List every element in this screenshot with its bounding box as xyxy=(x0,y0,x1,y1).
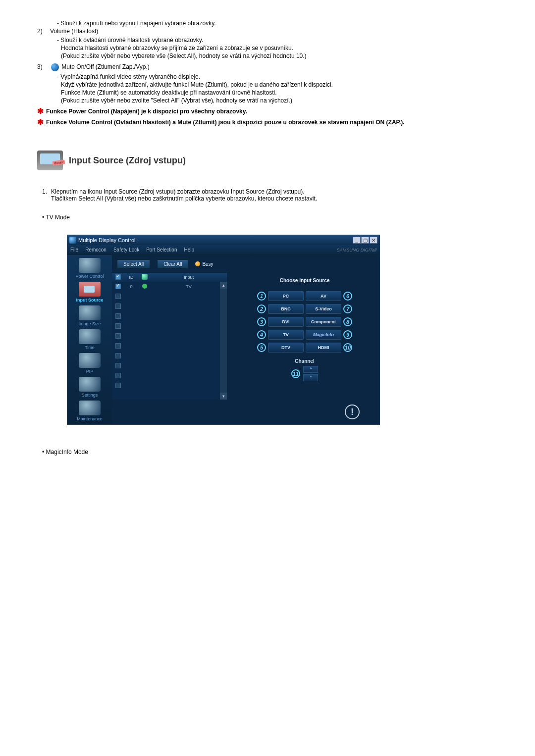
section-title: Input Source (Zdroj vstupu) xyxy=(69,155,186,166)
item-3-sub1: - Vypíná/zapíná funkci video stěny vybra… xyxy=(57,73,473,80)
app-icon xyxy=(69,237,76,244)
scrollbar[interactable]: ▴ ▾ xyxy=(220,282,227,400)
table-row[interactable] xyxy=(112,311,227,321)
channel-down-button[interactable]: ˅ xyxy=(303,374,318,381)
power-desc: - Slouží k zapnutí nebo vypnutí napájení… xyxy=(57,20,473,27)
source-bnc-button[interactable]: BNC xyxy=(268,304,304,314)
settings-icon xyxy=(79,377,101,392)
note-1-text: Funkce Power Control (Napájení) je k dis… xyxy=(46,108,473,115)
panel-title: Choose Input Source xyxy=(237,278,373,283)
minimize-button[interactable]: _ xyxy=(353,237,361,244)
callout-badge-9: 9 xyxy=(343,330,352,339)
brand-label: SAMSUNG DIGITall xyxy=(337,248,376,252)
callout-badge-6: 6 xyxy=(343,292,352,301)
table-row[interactable] xyxy=(112,331,227,341)
scroll-down-icon[interactable]: ▾ xyxy=(220,393,227,400)
source-dtv-button[interactable]: DTV xyxy=(268,343,304,353)
table-row[interactable] xyxy=(112,292,227,302)
info-icon[interactable]: ! xyxy=(345,404,360,419)
input-source-icon xyxy=(79,282,101,297)
source-dvi-button[interactable]: DVI xyxy=(268,317,304,327)
source-component-button[interactable]: Component xyxy=(306,317,341,327)
source-hdmi-button[interactable]: HDMI xyxy=(306,343,341,353)
table-row[interactable] xyxy=(112,361,227,371)
sidebar-item-input-source[interactable]: Input Source xyxy=(68,282,111,302)
sidebar-label-time: Time xyxy=(68,345,111,350)
item-3-sub2: Když vybíráte jednotlivá zařízení, aktiv… xyxy=(61,81,473,88)
maximize-button[interactable]: ▢ xyxy=(361,237,369,244)
sidebar-item-maintenance[interactable]: Maintenance xyxy=(68,401,111,421)
callout-badge-10: 10 xyxy=(343,343,352,352)
section-icon-label: done? xyxy=(52,159,65,165)
row-checkbox[interactable] xyxy=(115,343,121,349)
sidebar-item-settings[interactable]: Settings xyxy=(68,377,111,398)
table-row[interactable]: 0 TV xyxy=(112,282,227,292)
row-checkbox[interactable] xyxy=(115,363,121,368)
source-svideo-button[interactable]: S-Video xyxy=(306,304,341,314)
step-1-line2: Tlačítkem Select All (Vybrat vše) nebo z… xyxy=(51,195,317,202)
sidebar-item-pip[interactable]: PIP xyxy=(68,353,111,374)
table-row[interactable] xyxy=(112,381,227,391)
close-button[interactable]: ✕ xyxy=(370,237,377,244)
table-row[interactable] xyxy=(112,321,227,331)
callout-badge-2: 2 xyxy=(257,304,266,313)
step-1: 1. Klepnutím na ikonu Input Source (Zdro… xyxy=(42,188,473,202)
menu-remocon[interactable]: Remocon xyxy=(85,247,107,252)
power-icon xyxy=(79,258,101,273)
star-icon: ✱ xyxy=(37,119,46,126)
select-all-button[interactable]: Select All xyxy=(117,259,150,269)
clear-all-button[interactable]: Clear All xyxy=(157,259,188,269)
menu-file[interactable]: File xyxy=(70,247,78,252)
row-checkbox[interactable] xyxy=(115,373,121,378)
header-checkbox[interactable] xyxy=(115,274,121,280)
row-id: 0 xyxy=(124,284,139,289)
pip-icon xyxy=(79,353,101,368)
source-magicinfo-button[interactable]: MagicInfo xyxy=(306,330,341,340)
bullet-tvmode: • TV Mode xyxy=(42,214,473,221)
sidebar-item-image-size[interactable]: Image Size xyxy=(68,305,111,326)
row-checkbox[interactable] xyxy=(115,303,121,309)
row-checkbox[interactable] xyxy=(115,313,121,319)
table-row[interactable] xyxy=(112,302,227,311)
source-pc-button[interactable]: PC xyxy=(268,291,304,301)
table-row[interactable] xyxy=(112,351,227,361)
menu-port-selection[interactable]: Port Selection xyxy=(146,247,177,252)
sidebar-item-power[interactable]: Power Control xyxy=(68,258,111,279)
row-checkbox[interactable] xyxy=(115,294,121,299)
input-source-panel: Choose Input Source 1 PC AV 6 2 BNC S-Vi… xyxy=(227,273,379,400)
item-2-sub1: - Slouží k ovládání úrovně hlasitosti vy… xyxy=(57,37,473,44)
item-3: 3) Mute On/Off (Ztlumení Zap./Vyp.) xyxy=(37,63,473,71)
row-checkbox[interactable] xyxy=(115,353,121,358)
row-checkbox[interactable] xyxy=(115,284,121,289)
callout-badge-5: 5 xyxy=(257,343,266,352)
channel-label: Channel xyxy=(237,358,373,364)
table-row[interactable] xyxy=(112,341,227,351)
source-av-button[interactable]: AV xyxy=(306,291,341,301)
busy-label: Busy xyxy=(202,261,213,267)
menu-safety-lock[interactable]: Safety Lock xyxy=(113,247,139,252)
menubar: File Remocon Safety Lock Port Selection … xyxy=(67,245,379,255)
sidebar-label-image: Image Size xyxy=(68,321,111,326)
note-2: ✱ Funkce Volume Control (Ovládání hlasit… xyxy=(37,119,473,126)
scroll-up-icon[interactable]: ▴ xyxy=(220,282,227,289)
row-checkbox[interactable] xyxy=(115,323,121,329)
sidebar-label-input: Input Source xyxy=(68,298,111,302)
callout-badge-4: 4 xyxy=(257,330,266,339)
sidebar-item-time[interactable]: Time xyxy=(68,329,111,350)
item-3-sub3: Funkce Mute (Ztlumit) se automaticky dea… xyxy=(61,89,473,96)
time-icon xyxy=(79,329,101,344)
channel-up-button[interactable]: ˄ xyxy=(303,366,318,373)
status-header-icon xyxy=(142,274,148,280)
bullet-magicinfo: • MagicInfo Mode xyxy=(42,449,473,455)
row-checkbox[interactable] xyxy=(115,333,121,339)
source-tv-button[interactable]: TV xyxy=(268,330,304,340)
callout-badge-3: 3 xyxy=(257,317,266,326)
menu-help[interactable]: Help xyxy=(184,247,194,252)
callout-badge-11: 11 xyxy=(291,369,300,378)
row-checkbox[interactable] xyxy=(115,383,121,388)
row-input: TV xyxy=(151,284,227,289)
header-input: Input xyxy=(151,275,227,280)
note-2-text: Funkce Volume Control (Ovládání hlasitos… xyxy=(46,119,473,126)
callout-badge-7: 7 xyxy=(343,304,352,313)
table-row[interactable] xyxy=(112,371,227,381)
